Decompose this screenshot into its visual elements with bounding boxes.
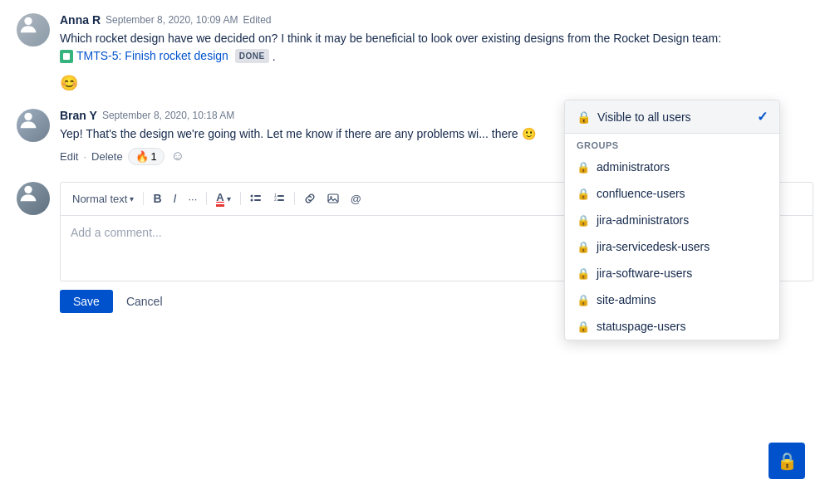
- comment-text-after-link: .: [273, 50, 276, 63]
- action-dot: ·: [83, 150, 86, 163]
- dropdown-item-label-site-admins: site-admins: [597, 293, 656, 306]
- svg-point-2: [24, 112, 32, 120]
- editor-placeholder: Add a comment...: [71, 226, 162, 239]
- image-button[interactable]: [322, 189, 344, 208]
- dropdown-item-label-confluence-users: confluence-users: [597, 187, 685, 200]
- dropdown-item-confluence-users[interactable]: 🔒 confluence-users: [565, 180, 779, 207]
- dropdown-item-label-jira-administrators: jira-administrators: [597, 213, 689, 227]
- issue-link[interactable]: TMTS-5: Finish rocket design DONE: [60, 47, 269, 65]
- delete-link[interactable]: Delete: [91, 150, 123, 163]
- cancel-button[interactable]: Cancel: [120, 290, 169, 313]
- mention-button[interactable]: @: [346, 189, 366, 208]
- svg-text:2.: 2.: [274, 197, 277, 202]
- avatar-current-user: [17, 182, 50, 215]
- lock-icon-statuspage-users: 🔒: [577, 320, 590, 333]
- toolbar-divider-2: [206, 192, 207, 205]
- avatar-anna: [17, 13, 50, 46]
- lock-icon-site-admins: 🔒: [577, 293, 590, 306]
- comment-item-anna: Anna R September 8, 2020, 10:09 AM Edite…: [17, 13, 813, 92]
- toolbar-divider-3: [240, 192, 241, 205]
- lock-icon-administrators: 🔒: [577, 160, 590, 174]
- dropdown-item-jira-administrators[interactable]: 🔒 jira-administrators: [565, 207, 779, 233]
- svg-rect-11: [277, 199, 284, 201]
- edit-link[interactable]: Edit: [60, 150, 78, 163]
- avatar-bran: [17, 109, 50, 142]
- comment-edited-anna: Edited: [243, 14, 271, 26]
- comment-text-before-link: Which rocket design have we decided on? …: [60, 32, 721, 45]
- svg-point-0: [24, 17, 32, 25]
- text-style-dropdown[interactable]: Normal text ▾: [67, 189, 139, 208]
- reaction-badge-fire[interactable]: 🔥 1: [128, 148, 165, 165]
- lock-button-fixed[interactable]: 🔒: [769, 443, 805, 479]
- text-color-label: A: [216, 191, 223, 207]
- svg-rect-12: [328, 194, 338, 203]
- comment-timestamp-bran: September 8, 2020, 10:18 AM: [102, 110, 234, 121]
- dropdown-header[interactable]: 🔒 Visible to all users ✓: [565, 100, 779, 134]
- dropdown-item-administrators[interactable]: 🔒 administrators: [565, 154, 779, 180]
- chevron-down-icon: ▾: [130, 194, 134, 203]
- comment-author-bran: Bran Y: [60, 109, 97, 122]
- check-icon: ✓: [757, 109, 768, 125]
- svg-point-3: [24, 185, 32, 193]
- svg-rect-5: [254, 195, 261, 197]
- dropdown-item-label-statuspage-users: statuspage-users: [597, 320, 685, 333]
- comment-text-anna: Which rocket design have we decided on? …: [60, 30, 813, 66]
- italic-button[interactable]: I: [169, 188, 182, 208]
- issue-link-label: TMTS-5: Finish rocket design: [76, 47, 228, 65]
- svg-point-4: [250, 195, 253, 198]
- dropdown-item-jira-servicedesk-users[interactable]: 🔒 jira-servicedesk-users: [565, 233, 779, 260]
- issue-icon: [60, 50, 73, 63]
- dropdown-item-label-administrators: administrators: [597, 160, 670, 174]
- text-style-label: Normal text: [72, 193, 127, 205]
- svg-rect-7: [254, 199, 261, 201]
- comment-body-anna: Anna R September 8, 2020, 10:09 AM Edite…: [60, 13, 813, 92]
- dropdown-item-site-admins[interactable]: 🔒 site-admins: [565, 286, 779, 313]
- lock-icon-confluence-users: 🔒: [577, 187, 590, 200]
- numbered-list-button[interactable]: 1. 2.: [268, 189, 290, 208]
- svg-rect-9: [277, 195, 284, 197]
- dropdown-item-label-jira-servicedesk-users: jira-servicedesk-users: [597, 240, 710, 253]
- comment-header-anna: Anna R September 8, 2020, 10:09 AM Edite…: [60, 13, 813, 27]
- lock-icon-jira-software-users: 🔒: [577, 267, 590, 280]
- groups-section-label: GROUPS: [565, 134, 779, 154]
- add-emoji-btn[interactable]: ☺: [171, 149, 184, 164]
- emoji-anna[interactable]: 😊: [60, 74, 78, 92]
- comment-timestamp-anna: September 8, 2020, 10:09 AM: [106, 14, 238, 26]
- lock-icon-header: 🔒: [577, 110, 591, 124]
- comment-author-anna: Anna R: [60, 13, 101, 27]
- svg-point-6: [250, 199, 253, 202]
- visibility-dropdown: 🔒 Visible to all users ✓ GROUPS 🔒 admini…: [564, 100, 780, 340]
- reaction-count: 1: [151, 150, 157, 163]
- text-color-button[interactable]: A ▾: [211, 188, 235, 210]
- dropdown-item-jira-software-users[interactable]: 🔒 jira-software-users: [565, 260, 779, 286]
- dropdown-header-label: Visible to all users: [597, 110, 691, 124]
- save-button[interactable]: Save: [60, 290, 113, 313]
- dropdown-item-label-jira-software-users: jira-software-users: [597, 267, 692, 280]
- dropdown-header-left: 🔒 Visible to all users: [577, 110, 691, 124]
- lock-icon-jira-administrators: 🔒: [577, 213, 590, 227]
- bullet-list-button[interactable]: [245, 189, 267, 208]
- more-button[interactable]: ···: [183, 189, 202, 208]
- toolbar-divider-1: [143, 192, 144, 205]
- done-badge: DONE: [235, 49, 269, 63]
- dropdown-item-statuspage-users[interactable]: 🔒 statuspage-users: [565, 313, 779, 340]
- toolbar-divider-4: [294, 192, 295, 205]
- lock-icon-jira-servicedesk-users: 🔒: [577, 240, 590, 253]
- reaction-emoji: 🔥: [135, 150, 149, 163]
- text-color-chevron-icon: ▾: [227, 194, 231, 203]
- link-button[interactable]: [299, 189, 321, 208]
- bold-button[interactable]: B: [148, 188, 166, 208]
